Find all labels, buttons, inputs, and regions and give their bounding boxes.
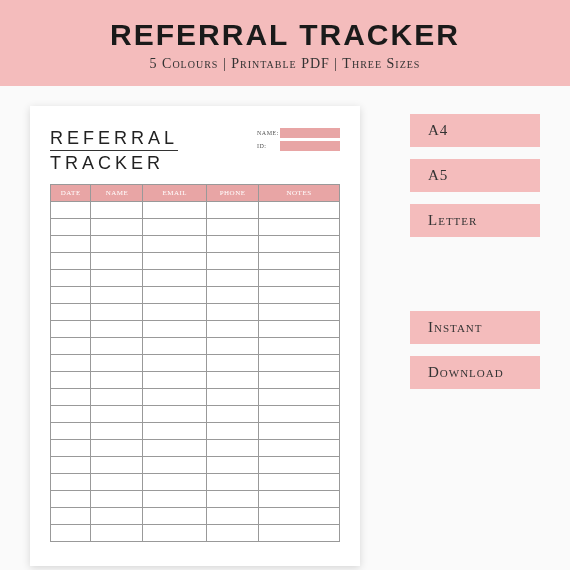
table-cell xyxy=(51,355,91,372)
table-row xyxy=(51,406,340,423)
table-row xyxy=(51,236,340,253)
table-cell xyxy=(143,253,207,270)
table-cell xyxy=(259,406,340,423)
table-cell xyxy=(143,304,207,321)
table-cell xyxy=(143,423,207,440)
table-cell xyxy=(143,270,207,287)
table-cell xyxy=(51,474,91,491)
tracker-body xyxy=(51,202,340,542)
table-cell xyxy=(259,508,340,525)
table-row xyxy=(51,508,340,525)
table-cell xyxy=(207,491,259,508)
meta-id-label: ID: xyxy=(257,143,277,149)
sidebar-spacer xyxy=(410,249,570,299)
table-cell xyxy=(259,304,340,321)
col-header-phone: PHONE xyxy=(207,185,259,202)
table-cell xyxy=(207,474,259,491)
table-cell xyxy=(91,440,143,457)
table-cell xyxy=(51,389,91,406)
preview-title-line2: TRACKER xyxy=(50,153,178,174)
preview-title-line1: REFERRAL xyxy=(50,128,178,151)
table-cell xyxy=(207,525,259,542)
table-cell xyxy=(207,355,259,372)
table-cell xyxy=(259,321,340,338)
table-cell xyxy=(143,440,207,457)
table-cell xyxy=(51,202,91,219)
table-row xyxy=(51,440,340,457)
table-row xyxy=(51,355,340,372)
page-title: REFERRAL TRACKER xyxy=(20,18,550,52)
meta-fields: NAME: ID: xyxy=(257,128,340,151)
table-cell xyxy=(259,355,340,372)
table-cell xyxy=(143,406,207,423)
table-cell xyxy=(91,474,143,491)
table-cell xyxy=(91,338,143,355)
table-cell xyxy=(51,423,91,440)
table-cell xyxy=(207,219,259,236)
table-cell xyxy=(207,457,259,474)
document-preview: REFERRAL TRACKER NAME: ID: DATE NAME xyxy=(30,106,360,566)
meta-id-box xyxy=(280,141,340,151)
table-cell xyxy=(51,440,91,457)
size-options: A4 A5 Letter xyxy=(410,114,570,237)
table-cell xyxy=(91,355,143,372)
table-cell xyxy=(259,525,340,542)
table-cell xyxy=(51,219,91,236)
table-row xyxy=(51,423,340,440)
table-cell xyxy=(51,236,91,253)
table-cell xyxy=(91,304,143,321)
table-cell xyxy=(91,287,143,304)
table-cell xyxy=(91,236,143,253)
table-row xyxy=(51,525,340,542)
table-cell xyxy=(143,287,207,304)
table-cell xyxy=(91,372,143,389)
table-cell xyxy=(91,508,143,525)
table-cell xyxy=(51,321,91,338)
table-row xyxy=(51,321,340,338)
table-row xyxy=(51,338,340,355)
table-cell xyxy=(259,474,340,491)
table-cell xyxy=(51,372,91,389)
table-cell xyxy=(51,287,91,304)
meta-name-label: NAME: xyxy=(257,130,277,136)
table-cell xyxy=(207,202,259,219)
table-row xyxy=(51,287,340,304)
size-option-a4[interactable]: A4 xyxy=(410,114,540,147)
table-cell xyxy=(259,253,340,270)
size-option-letter[interactable]: Letter xyxy=(410,204,540,237)
badge-instant: Instant xyxy=(410,311,540,344)
table-cell xyxy=(91,253,143,270)
table-cell xyxy=(143,372,207,389)
col-header-name: NAME xyxy=(91,185,143,202)
table-cell xyxy=(259,236,340,253)
table-cell xyxy=(259,423,340,440)
table-cell xyxy=(143,202,207,219)
table-cell xyxy=(207,423,259,440)
table-cell xyxy=(143,474,207,491)
badge-download: Download xyxy=(410,356,540,389)
table-cell xyxy=(51,304,91,321)
meta-row-name: NAME: xyxy=(257,128,340,138)
table-cell xyxy=(91,202,143,219)
table-row xyxy=(51,253,340,270)
table-cell xyxy=(143,338,207,355)
table-row xyxy=(51,491,340,508)
table-cell xyxy=(207,508,259,525)
size-option-a5[interactable]: A5 xyxy=(410,159,540,192)
table-cell xyxy=(91,219,143,236)
page-subtitle: 5 Colours | Printable PDF | Three Sizes xyxy=(20,56,550,72)
col-header-notes: NOTES xyxy=(259,185,340,202)
table-cell xyxy=(91,525,143,542)
header-banner: REFERRAL TRACKER 5 Colours | Printable P… xyxy=(0,0,570,86)
table-header-row: DATE NAME EMAIL PHONE NOTES xyxy=(51,185,340,202)
table-cell xyxy=(207,321,259,338)
meta-name-box xyxy=(280,128,340,138)
table-row xyxy=(51,270,340,287)
col-header-email: EMAIL xyxy=(143,185,207,202)
table-cell xyxy=(143,508,207,525)
table-row xyxy=(51,304,340,321)
table-cell xyxy=(207,406,259,423)
table-row xyxy=(51,474,340,491)
table-cell xyxy=(207,287,259,304)
table-cell xyxy=(143,389,207,406)
